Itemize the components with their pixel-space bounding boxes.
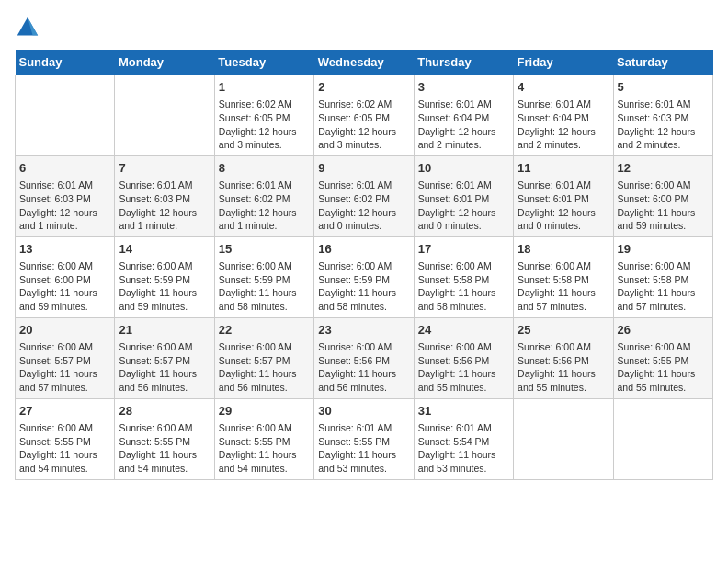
calendar-cell: 28Sunrise: 6:00 AM Sunset: 5:55 PM Dayli… bbox=[115, 398, 214, 479]
calendar-cell: 19Sunrise: 6:00 AM Sunset: 5:58 PM Dayli… bbox=[613, 236, 712, 317]
day-info: Sunrise: 6:00 AM Sunset: 5:59 PM Dayligh… bbox=[119, 259, 210, 314]
calendar-cell: 9Sunrise: 6:01 AM Sunset: 6:02 PM Daylig… bbox=[314, 155, 414, 236]
day-number: 24 bbox=[418, 322, 509, 339]
day-number: 30 bbox=[318, 403, 409, 419]
day-info: Sunrise: 6:01 AM Sunset: 6:03 PM Dayligh… bbox=[119, 178, 210, 233]
calendar-cell: 17Sunrise: 6:00 AM Sunset: 5:58 PM Dayli… bbox=[414, 236, 513, 317]
day-number: 5 bbox=[618, 79, 709, 96]
day-number: 31 bbox=[418, 403, 509, 419]
calendar-cell: 16Sunrise: 6:00 AM Sunset: 5:59 PM Dayli… bbox=[314, 236, 414, 317]
calendar-cell: 18Sunrise: 6:00 AM Sunset: 5:58 PM Dayli… bbox=[514, 236, 613, 317]
calendar-body: 1Sunrise: 6:02 AM Sunset: 6:05 PM Daylig… bbox=[16, 75, 713, 480]
calendar-table: SundayMondayTuesdayWednesdayThursdayFrid… bbox=[15, 50, 713, 480]
calendar-week-3: 13Sunrise: 6:00 AM Sunset: 6:00 PM Dayli… bbox=[16, 236, 713, 317]
day-number: 29 bbox=[219, 403, 310, 419]
day-info: Sunrise: 6:01 AM Sunset: 6:02 PM Dayligh… bbox=[318, 178, 409, 233]
calendar-cell: 21Sunrise: 6:00 AM Sunset: 5:57 PM Dayli… bbox=[115, 317, 214, 398]
calendar-cell: 26Sunrise: 6:00 AM Sunset: 5:55 PM Dayli… bbox=[613, 317, 712, 398]
day-info: Sunrise: 6:00 AM Sunset: 6:00 PM Dayligh… bbox=[19, 259, 110, 314]
day-number: 16 bbox=[318, 241, 409, 258]
calendar-week-2: 6Sunrise: 6:01 AM Sunset: 6:03 PM Daylig… bbox=[16, 155, 713, 236]
day-number: 14 bbox=[119, 241, 210, 258]
day-number: 3 bbox=[418, 79, 509, 96]
calendar-cell: 1Sunrise: 6:02 AM Sunset: 6:05 PM Daylig… bbox=[214, 75, 313, 156]
day-info: Sunrise: 6:00 AM Sunset: 5:55 PM Dayligh… bbox=[19, 421, 110, 476]
calendar-cell: 3Sunrise: 6:01 AM Sunset: 6:04 PM Daylig… bbox=[414, 75, 513, 156]
calendar-cell: 8Sunrise: 6:01 AM Sunset: 6:02 PM Daylig… bbox=[214, 155, 313, 236]
header bbox=[15, 15, 713, 40]
day-number: 12 bbox=[618, 160, 709, 177]
calendar-cell: 12Sunrise: 6:00 AM Sunset: 6:00 PM Dayli… bbox=[613, 155, 712, 236]
day-info: Sunrise: 6:01 AM Sunset: 6:03 PM Dayligh… bbox=[618, 98, 709, 152]
calendar-cell: 15Sunrise: 6:00 AM Sunset: 5:59 PM Dayli… bbox=[214, 236, 313, 317]
day-number: 19 bbox=[618, 241, 709, 258]
day-number: 25 bbox=[518, 322, 609, 339]
day-info: Sunrise: 6:00 AM Sunset: 5:55 PM Dayligh… bbox=[618, 340, 709, 395]
day-info: Sunrise: 6:01 AM Sunset: 6:04 PM Dayligh… bbox=[418, 98, 509, 152]
weekday-header-monday: Monday bbox=[115, 50, 214, 75]
calendar-cell: 4Sunrise: 6:01 AM Sunset: 6:04 PM Daylig… bbox=[514, 75, 613, 156]
day-info: Sunrise: 6:01 AM Sunset: 6:04 PM Dayligh… bbox=[518, 98, 609, 152]
calendar-cell: 14Sunrise: 6:00 AM Sunset: 5:59 PM Dayli… bbox=[115, 236, 214, 317]
weekday-header-saturday: Saturday bbox=[613, 50, 712, 75]
day-number: 23 bbox=[318, 322, 409, 339]
calendar-cell: 11Sunrise: 6:01 AM Sunset: 6:01 PM Dayli… bbox=[514, 155, 613, 236]
day-number: 20 bbox=[19, 322, 110, 339]
day-info: Sunrise: 6:00 AM Sunset: 5:56 PM Dayligh… bbox=[418, 340, 509, 395]
calendar-week-4: 20Sunrise: 6:00 AM Sunset: 5:57 PM Dayli… bbox=[16, 317, 713, 398]
day-number: 9 bbox=[318, 160, 409, 177]
day-number: 1 bbox=[219, 79, 310, 96]
day-info: Sunrise: 6:00 AM Sunset: 5:58 PM Dayligh… bbox=[418, 259, 509, 314]
day-number: 15 bbox=[219, 241, 310, 258]
weekday-header-tuesday: Tuesday bbox=[214, 50, 313, 75]
calendar-cell bbox=[16, 75, 115, 156]
calendar-cell: 7Sunrise: 6:01 AM Sunset: 6:03 PM Daylig… bbox=[115, 155, 214, 236]
day-info: Sunrise: 6:02 AM Sunset: 6:05 PM Dayligh… bbox=[219, 98, 310, 152]
calendar-cell: 13Sunrise: 6:00 AM Sunset: 6:00 PM Dayli… bbox=[16, 236, 115, 317]
calendar-cell: 27Sunrise: 6:00 AM Sunset: 5:55 PM Dayli… bbox=[16, 398, 115, 479]
calendar-cell: 22Sunrise: 6:00 AM Sunset: 5:57 PM Dayli… bbox=[214, 317, 313, 398]
day-number: 21 bbox=[119, 322, 210, 339]
weekday-header-thursday: Thursday bbox=[414, 50, 513, 75]
weekday-header-row: SundayMondayTuesdayWednesdayThursdayFrid… bbox=[16, 50, 713, 75]
calendar-week-1: 1Sunrise: 6:02 AM Sunset: 6:05 PM Daylig… bbox=[16, 75, 713, 156]
weekday-header-sunday: Sunday bbox=[16, 50, 115, 75]
day-info: Sunrise: 6:00 AM Sunset: 5:59 PM Dayligh… bbox=[318, 259, 409, 314]
calendar-cell bbox=[514, 398, 613, 479]
day-info: Sunrise: 6:00 AM Sunset: 5:58 PM Dayligh… bbox=[518, 259, 609, 314]
day-info: Sunrise: 6:00 AM Sunset: 5:56 PM Dayligh… bbox=[518, 340, 609, 395]
day-number: 26 bbox=[618, 322, 709, 339]
day-info: Sunrise: 6:00 AM Sunset: 6:00 PM Dayligh… bbox=[618, 178, 709, 233]
day-number: 27 bbox=[19, 403, 110, 419]
logo-icon bbox=[15, 15, 40, 40]
day-number: 13 bbox=[19, 241, 110, 258]
day-info: Sunrise: 6:01 AM Sunset: 5:54 PM Dayligh… bbox=[418, 421, 509, 476]
day-info: Sunrise: 6:00 AM Sunset: 5:57 PM Dayligh… bbox=[19, 340, 110, 395]
day-number: 6 bbox=[19, 160, 110, 177]
day-number: 10 bbox=[418, 160, 509, 177]
calendar-week-5: 27Sunrise: 6:00 AM Sunset: 5:55 PM Dayli… bbox=[16, 398, 713, 479]
day-info: Sunrise: 6:00 AM Sunset: 5:55 PM Dayligh… bbox=[219, 421, 310, 476]
day-info: Sunrise: 6:01 AM Sunset: 6:03 PM Dayligh… bbox=[19, 178, 110, 233]
calendar-header: SundayMondayTuesdayWednesdayThursdayFrid… bbox=[16, 50, 713, 75]
day-info: Sunrise: 6:02 AM Sunset: 6:05 PM Dayligh… bbox=[318, 98, 409, 152]
day-info: Sunrise: 6:00 AM Sunset: 5:55 PM Dayligh… bbox=[119, 421, 210, 476]
calendar-cell: 6Sunrise: 6:01 AM Sunset: 6:03 PM Daylig… bbox=[16, 155, 115, 236]
day-info: Sunrise: 6:01 AM Sunset: 6:02 PM Dayligh… bbox=[219, 178, 310, 233]
calendar-cell: 2Sunrise: 6:02 AM Sunset: 6:05 PM Daylig… bbox=[314, 75, 414, 156]
day-number: 28 bbox=[119, 403, 210, 419]
day-info: Sunrise: 6:00 AM Sunset: 5:59 PM Dayligh… bbox=[219, 259, 310, 314]
day-info: Sunrise: 6:01 AM Sunset: 6:01 PM Dayligh… bbox=[418, 178, 509, 233]
calendar-cell: 5Sunrise: 6:01 AM Sunset: 6:03 PM Daylig… bbox=[613, 75, 712, 156]
calendar-cell: 20Sunrise: 6:00 AM Sunset: 5:57 PM Dayli… bbox=[16, 317, 115, 398]
day-number: 11 bbox=[518, 160, 609, 177]
weekday-header-friday: Friday bbox=[514, 50, 613, 75]
day-info: Sunrise: 6:01 AM Sunset: 6:01 PM Dayligh… bbox=[518, 178, 609, 233]
calendar-cell: 10Sunrise: 6:01 AM Sunset: 6:01 PM Dayli… bbox=[414, 155, 513, 236]
day-info: Sunrise: 6:01 AM Sunset: 5:55 PM Dayligh… bbox=[318, 421, 409, 476]
calendar-cell: 30Sunrise: 6:01 AM Sunset: 5:55 PM Dayli… bbox=[314, 398, 414, 479]
day-info: Sunrise: 6:00 AM Sunset: 5:58 PM Dayligh… bbox=[618, 259, 709, 314]
day-number: 7 bbox=[119, 160, 210, 177]
calendar-cell: 24Sunrise: 6:00 AM Sunset: 5:56 PM Dayli… bbox=[414, 317, 513, 398]
calendar-cell: 29Sunrise: 6:00 AM Sunset: 5:55 PM Dayli… bbox=[214, 398, 313, 479]
